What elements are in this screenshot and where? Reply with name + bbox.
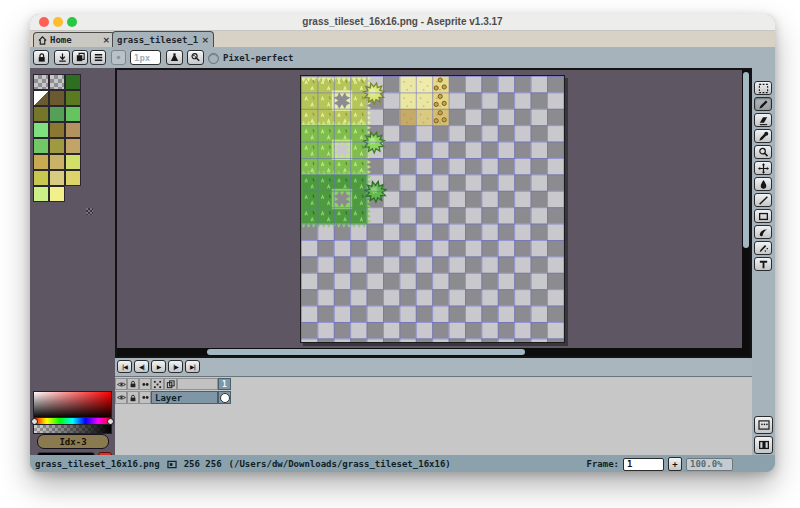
palette-swatch[interactable] (65, 90, 81, 106)
cel-cell[interactable] (218, 391, 231, 404)
timeline-panel: |◀ ◀| ▶ |▶ ▶| 1 (115, 358, 752, 455)
alpha-bar[interactable] (33, 424, 112, 434)
palette-swatch[interactable] (49, 138, 65, 154)
tab-label: Home (50, 35, 72, 45)
palette-swatch[interactable] (49, 154, 65, 170)
play-button[interactable]: ▶ (151, 360, 166, 373)
ink-button[interactable] (166, 50, 183, 65)
palette-swatch[interactable] (33, 106, 49, 122)
color-sv-box[interactable] (33, 391, 112, 419)
palette-swatch[interactable] (49, 90, 65, 106)
zoom-level-field[interactable]: 100.0% (686, 458, 733, 471)
layer-row[interactable]: Layer (151, 391, 218, 404)
frame-header-cell[interactable]: 1 (218, 378, 231, 390)
layer-onion-icon[interactable] (139, 391, 151, 404)
palette-swatch[interactable] (65, 170, 81, 186)
dynamics-button[interactable] (187, 50, 204, 65)
palette-swatch[interactable] (33, 186, 49, 202)
close-icon[interactable]: × (102, 35, 110, 45)
rectangle-tool[interactable] (754, 209, 772, 223)
palette-swatch[interactable] (33, 154, 49, 170)
lock-icon[interactable] (127, 378, 139, 390)
palette-swatch[interactable] (49, 74, 65, 90)
palette-swatch[interactable] (49, 170, 65, 186)
screenshot-page: grass_tileset_16x16.png - Aseprite v1.3.… (0, 0, 800, 508)
vertical-scroll-thumb[interactable] (743, 72, 749, 248)
edit-palette-lock-button[interactable] (33, 50, 49, 65)
palette-resize-handle[interactable] (86, 208, 93, 215)
palette-swatch[interactable] (65, 154, 81, 170)
playback-row: |◀ ◀| ▶ |▶ ▶| (115, 358, 752, 377)
close-icon[interactable]: × (201, 35, 209, 45)
preview-toggle-button[interactable] (754, 416, 773, 434)
palette-swatch[interactable] (33, 90, 49, 106)
line-tool[interactable] (754, 193, 772, 207)
continuous-icon[interactable] (151, 378, 164, 390)
tab-grass-tileset[interactable]: grass_tileset_1 × (112, 31, 214, 47)
rectangular-marquee-tool[interactable] (754, 81, 772, 95)
layer-name: Layer (155, 393, 182, 403)
text-tool[interactable] (754, 257, 772, 271)
timeline-header-spacer (177, 378, 218, 390)
layer-eye-icon[interactable] (115, 391, 127, 404)
tab-label: grass_tileset_1 (117, 35, 198, 45)
eyedropper-tool[interactable] (754, 129, 772, 143)
eye-icon[interactable] (115, 378, 127, 390)
status-filename: grass_tileset_16x16.png (35, 459, 160, 469)
go-last-frame-button[interactable]: ▶| (185, 360, 200, 373)
status-path: (/Users/dw/Downloads/grass_tileset_16x16… (229, 459, 451, 469)
titlebar[interactable]: grass_tileset_16x16.png - Aseprite v1.3.… (30, 14, 775, 31)
palette-swatch[interactable] (33, 122, 49, 138)
palette-options-button[interactable] (90, 50, 106, 65)
brush-type-button[interactable] (111, 50, 126, 65)
vertical-scrollbar[interactable] (742, 70, 750, 348)
editor-viewport[interactable] (115, 68, 752, 358)
contour-tool[interactable] (754, 225, 772, 239)
layer-lock-icon[interactable] (127, 391, 139, 404)
palette-swatch[interactable] (65, 122, 81, 138)
sprite-canvas[interactable] (300, 75, 565, 343)
canvas-size-icon (167, 460, 177, 469)
prev-frame-button[interactable]: ◀| (134, 360, 149, 373)
brush-size-input[interactable]: 1px (130, 50, 161, 65)
palette-swatch[interactable] (33, 74, 49, 90)
palette-grid (33, 74, 81, 202)
palette-panel: Idx-3 #000000 ! (30, 68, 115, 455)
horizontal-scrollbar[interactable] (117, 348, 750, 356)
status-bar: grass_tileset_16x16.png 256 256 (/Users/… (30, 455, 775, 472)
color-index-badge[interactable]: Idx-3 (37, 434, 109, 449)
palette-swatch[interactable] (49, 106, 65, 122)
context-toolbar: 1px Pixel-perfect (30, 47, 775, 68)
palette-swatch[interactable] (49, 122, 65, 138)
jumble-tool[interactable] (754, 241, 772, 255)
next-frame-button[interactable]: |▶ (168, 360, 183, 373)
eraser-tool[interactable] (754, 113, 772, 127)
palette-swatch[interactable] (65, 74, 81, 90)
tab-bar: Home × grass_tileset_1 × (30, 31, 775, 47)
palette-swatch[interactable] (65, 106, 81, 122)
status-size: 256 256 (184, 459, 222, 469)
tab-home[interactable]: Home × (33, 32, 115, 47)
palette-swatch[interactable] (33, 138, 49, 154)
go-first-frame-button[interactable]: |◀ (117, 360, 132, 373)
cel-options-icon[interactable] (164, 378, 177, 390)
frame-label: Frame: (586, 459, 619, 469)
pixel-perfect-radio[interactable] (208, 53, 219, 64)
timeline-toggle-button[interactable] (754, 436, 773, 454)
paint-bucket-tool[interactable] (754, 177, 772, 191)
palette-swatch[interactable] (33, 170, 49, 186)
tool-strip (752, 68, 775, 455)
frame-number: 1 (222, 380, 227, 389)
onion-skin-icon[interactable] (139, 378, 151, 390)
palette-swatch[interactable] (65, 138, 81, 154)
horizontal-scroll-thumb[interactable] (207, 349, 525, 355)
add-frame-button[interactable]: + (668, 457, 682, 471)
zoom-tool[interactable] (754, 145, 772, 159)
cel-indicator (220, 393, 230, 403)
move-tool[interactable] (754, 161, 772, 175)
frame-input[interactable]: 1 (623, 458, 664, 471)
palette-presets-button[interactable] (72, 50, 88, 65)
pencil-tool[interactable] (754, 97, 772, 111)
palette-sort-button[interactable] (54, 50, 70, 65)
palette-swatch[interactable] (49, 186, 65, 202)
